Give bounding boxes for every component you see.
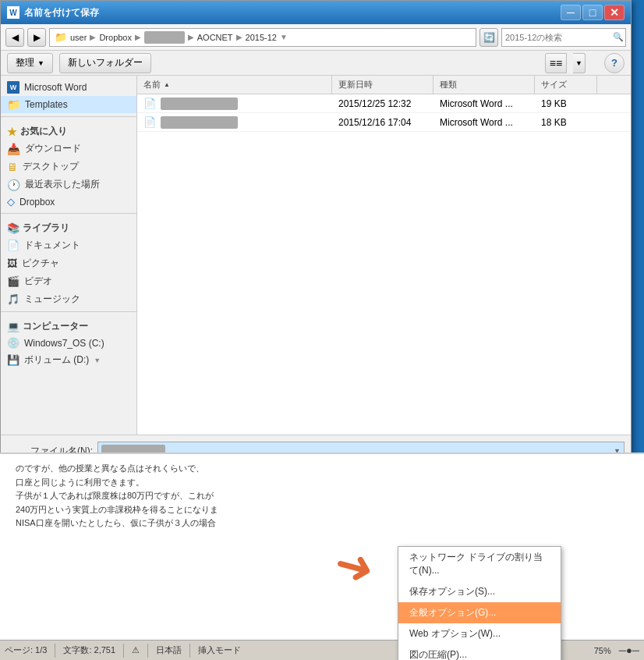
refresh-button[interactable]: 🔄 bbox=[479, 28, 498, 47]
sidebar-item-download[interactable]: 📥 ダウンロード bbox=[1, 140, 136, 158]
status-mode: 挿入モード bbox=[198, 644, 241, 656]
sidebar-item-music[interactable]: 🎵 ミュージック bbox=[1, 290, 136, 308]
toolbar: 整理 ▼ 新しいフォルダー ≡≡ ▼ ? bbox=[1, 51, 631, 76]
sidebar-item-d-drive[interactable]: 💾 ボリューム (D:) ▼ bbox=[1, 351, 136, 369]
doc-text-3: 子供が１人であれば限度株は80万円ですが、これが bbox=[16, 489, 628, 503]
sidebar-section-computer: 💻 コンピューター bbox=[1, 315, 136, 335]
col-type-label: 種類 bbox=[440, 79, 457, 90]
status-sep-1 bbox=[55, 644, 55, 658]
search-box[interactable]: 🔍 bbox=[501, 28, 626, 47]
address-path[interactable]: 📁 user ▶ Dropbox ▶ ▓▓▓▓▓ ▶ AOCNET ▶ 2015… bbox=[49, 28, 476, 47]
sidebar-item-videos[interactable]: 🎬 ビデオ bbox=[1, 272, 136, 290]
status-sep-4 bbox=[189, 644, 190, 658]
download-icon: 📥 bbox=[7, 143, 20, 155]
sidebar-item-desktop[interactable]: 🖥 デスクトップ bbox=[1, 158, 136, 176]
path-arrow-1: ▶ bbox=[90, 33, 96, 41]
maximize-button[interactable]: □ bbox=[582, 5, 603, 20]
favorites-icon: ★ bbox=[7, 126, 17, 138]
videos-icon: 🎬 bbox=[7, 275, 19, 287]
file-name-2: ▓▓▓▓▓▓▓▓▓▓ bbox=[161, 116, 238, 129]
computer-label: コンピューター bbox=[23, 320, 88, 333]
sidebar-music-label: ミュージック bbox=[24, 293, 80, 306]
sidebar-section-libraries: 📚 ライブラリ bbox=[1, 217, 136, 236]
help-button[interactable]: ? bbox=[604, 53, 625, 73]
recent-icon: 🕐 bbox=[7, 179, 20, 191]
sidebar-pictures-label: ピクチャ bbox=[22, 257, 59, 270]
sidebar-d-drive-label: ボリューム (D:) bbox=[24, 353, 89, 367]
menu-item-save-options[interactable]: 保存オプション(S)... bbox=[398, 581, 561, 602]
menu-item-general-options[interactable]: 全般オプション(G)... bbox=[398, 602, 561, 623]
sidebar-download-label: ダウンロード bbox=[25, 142, 81, 155]
library-icon: 📚 bbox=[7, 222, 19, 234]
word-icon: W bbox=[7, 6, 19, 19]
status-lang: 日本語 bbox=[156, 644, 182, 656]
zoom-slider[interactable]: ─●─ bbox=[619, 644, 639, 656]
pictures-icon: 🖼 bbox=[7, 257, 17, 269]
file-name-1: ▓▓▓▓▓▓▓▓▓▓ bbox=[161, 98, 238, 110]
sidebar-c-drive-label: Windows7_OS (C:) bbox=[24, 338, 104, 349]
minimize-button[interactable]: ─ bbox=[561, 5, 581, 20]
path-segment-user: user bbox=[70, 33, 87, 42]
path-segment-date: 2015-12 bbox=[246, 33, 277, 42]
back-button[interactable]: ◀ bbox=[5, 28, 24, 47]
col-header-date[interactable]: 更新日時 bbox=[332, 76, 433, 94]
status-icons: ⚠ bbox=[132, 645, 140, 655]
organize-button[interactable]: 整理 ▼ bbox=[7, 53, 53, 73]
menu-item-network[interactable]: ネットワーク ドライブの割り当て(N)... bbox=[398, 547, 561, 581]
sidebar-item-recent[interactable]: 🕐 最近表示した場所 bbox=[1, 176, 136, 193]
col-header-type[interactable]: 種類 bbox=[433, 76, 535, 94]
doc-text-5: NISA口座を開いたとしたら、仮に子供が３人の場合 bbox=[16, 516, 628, 530]
dialog-title: 名前を付けて保存 bbox=[24, 6, 559, 20]
forward-button[interactable]: ▶ bbox=[27, 28, 46, 47]
divider-1 bbox=[1, 116, 136, 117]
file-row-1[interactable]: 📄 ▓▓▓▓▓▓▓▓▓▓ 2015/12/25 12:32 Microsoft … bbox=[137, 94, 631, 113]
col-header-name[interactable]: 名前 ▲ bbox=[137, 76, 332, 94]
path-arrow-3: ▶ bbox=[188, 33, 194, 41]
favorites-label: お気に入り bbox=[20, 125, 67, 138]
sidebar-item-c-drive[interactable]: 💿 Windows7_OS (C:) bbox=[1, 335, 136, 351]
sidebar-videos-label: ビデオ bbox=[24, 275, 52, 288]
status-sep-2 bbox=[123, 644, 124, 658]
word-icon-sidebar: W bbox=[7, 81, 19, 94]
tools-dropdown-menu: ネットワーク ドライブの割り当て(N)... 保存オプション(S)... 全般オ… bbox=[398, 546, 561, 660]
col-header-size[interactable]: サイズ bbox=[535, 76, 597, 94]
sidebar-item-msword[interactable]: W Microsoft Word bbox=[1, 79, 136, 96]
view-button[interactable]: ≡≡ bbox=[545, 53, 567, 73]
folder-icon: 📁 bbox=[55, 31, 67, 43]
sidebar-item-templates[interactable]: 📁 Templates bbox=[1, 96, 136, 113]
desktop-icon: 🖥 bbox=[7, 161, 18, 173]
sidebar-templates-label: Templates bbox=[25, 99, 68, 110]
file-type-2: Microsoft Word ... bbox=[433, 113, 535, 131]
col-date-label: 更新日時 bbox=[338, 79, 373, 90]
sidebar-section-favorites: ★ お気に入り bbox=[1, 120, 136, 140]
col-size-label: サイズ bbox=[541, 79, 567, 90]
c-drive-icon: 💿 bbox=[7, 337, 19, 349]
file-date-1: 2015/12/25 12:32 bbox=[332, 94, 433, 112]
menu-item-compress-pictures[interactable]: 図の圧縮(P)... bbox=[398, 644, 561, 660]
status-sep-3 bbox=[147, 644, 148, 658]
view-arrow-button[interactable]: ▼ bbox=[573, 53, 586, 73]
sidebar-item-pictures[interactable]: 🖼 ピクチャ bbox=[1, 254, 136, 272]
path-segment-aocnet: AOCNET bbox=[197, 33, 233, 42]
sidebar-item-documents[interactable]: 📄 ドキュメント bbox=[1, 236, 136, 254]
main-area: W Microsoft Word 📁 Templates ★ お気に入り 📥 ダ… bbox=[1, 76, 631, 435]
computer-icon: 💻 bbox=[7, 321, 19, 332]
close-button[interactable]: ✕ bbox=[604, 5, 625, 20]
address-bar: ◀ ▶ 📁 user ▶ Dropbox ▶ ▓▓▓▓▓ ▶ AOCNET ▶ … bbox=[1, 24, 631, 51]
organize-label: 整理 bbox=[16, 56, 34, 69]
new-folder-button[interactable]: 新しいフォルダー bbox=[59, 53, 151, 73]
sidebar-dropbox-label: Dropbox bbox=[19, 197, 55, 208]
organize-arrow: ▼ bbox=[37, 59, 44, 67]
file-type-1: Microsoft Word ... bbox=[433, 94, 535, 112]
menu-item-web-options[interactable]: Web オプション(W)... bbox=[398, 623, 561, 644]
search-input[interactable] bbox=[505, 33, 613, 42]
search-icon: 🔍 bbox=[613, 32, 624, 42]
file-row-2[interactable]: 📄 ▓▓▓▓▓▓▓▓▓▓ 2015/12/16 17:04 Microsoft … bbox=[137, 113, 631, 132]
sidebar-item-dropbox[interactable]: ◇ Dropbox bbox=[1, 193, 136, 210]
sidebar: W Microsoft Word 📁 Templates ★ お気に入り 📥 ダ… bbox=[1, 76, 137, 435]
sidebar-recent-label: 最近表示した場所 bbox=[25, 178, 100, 191]
templates-folder-icon: 📁 bbox=[7, 98, 20, 111]
sort-arrow: ▲ bbox=[164, 81, 170, 88]
col-name-label: 名前 bbox=[143, 79, 161, 90]
path-segment-hidden: ▓▓▓▓▓ bbox=[144, 31, 185, 44]
